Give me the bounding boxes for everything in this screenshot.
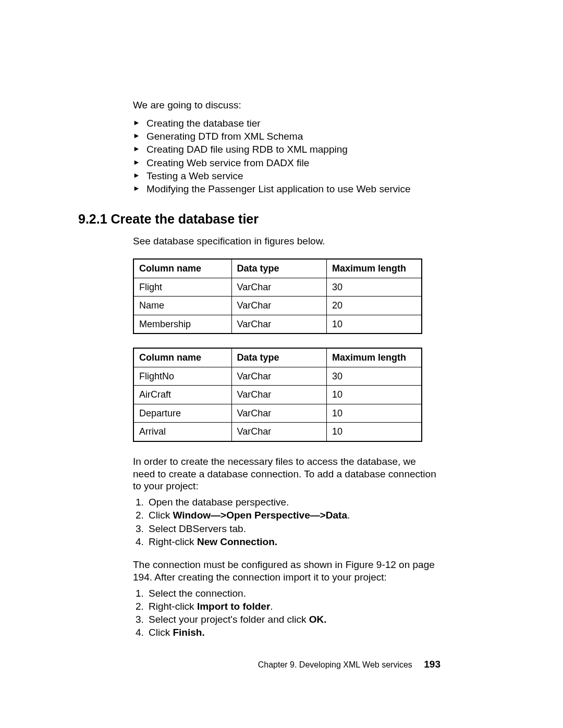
- spec-intro: See database specification in figures be…: [133, 235, 440, 248]
- cell-name: Membership: [133, 315, 231, 334]
- para-import-connection: The connection must be configured as sho…: [133, 559, 440, 584]
- cell-name: Departure: [133, 404, 231, 423]
- section-body: See database specification in figures be…: [133, 235, 440, 639]
- cell-len: 10: [327, 404, 422, 423]
- intro-block: We are going to discuss: Creating the da…: [133, 99, 440, 195]
- bullet-item: Creating Web service from DADX file: [133, 156, 440, 169]
- cell-name: AirCraft: [133, 386, 231, 404]
- step-bold: Window—>Open Perspective—>Data: [173, 510, 347, 521]
- step-item: Select the connection.: [146, 587, 440, 600]
- step-item: Click Finish.: [146, 626, 440, 639]
- bullet-item: Creating the database tier: [133, 117, 440, 130]
- th-column-name: Column name: [133, 348, 231, 367]
- step-text: Open the database perspective.: [149, 497, 289, 508]
- cell-name: Arrival: [133, 423, 231, 441]
- bullet-item: Testing a Web service: [133, 169, 440, 182]
- step-bold: Finish.: [173, 627, 204, 638]
- table-flight: Column name Data type Maximum length Fli…: [133, 348, 422, 442]
- cell-type: VarChar: [231, 367, 327, 386]
- step-text: .: [347, 510, 350, 521]
- table-row: FlightNo VarChar 30: [133, 367, 422, 386]
- step-text: Right-click: [149, 601, 197, 612]
- steps-create-connection: Open the database perspective. Click Win…: [133, 496, 440, 548]
- cell-len: 20: [327, 297, 422, 315]
- page: We are going to discuss: Creating the da…: [0, 0, 563, 728]
- cell-type: VarChar: [231, 423, 327, 441]
- table-header-row: Column name Data type Maximum length: [133, 259, 422, 278]
- step-item: Right-click Import to folder.: [146, 600, 440, 613]
- cell-type: VarChar: [231, 297, 327, 315]
- step-text: Select your project's folder and click: [149, 614, 309, 625]
- cell-type: VarChar: [231, 404, 327, 423]
- step-item: Click Window—>Open Perspective—>Data.: [146, 509, 440, 522]
- cell-type: VarChar: [231, 315, 327, 334]
- step-text: Click: [149, 627, 173, 638]
- step-text: Click: [149, 510, 173, 521]
- step-text: Select the connection.: [149, 588, 246, 599]
- page-footer: Chapter 9. Developing XML Web services 1…: [258, 658, 440, 671]
- step-item: Select your project's folder and click O…: [146, 613, 440, 626]
- cell-len: 30: [327, 367, 422, 386]
- th-data-type: Data type: [231, 348, 327, 367]
- step-bold: Import to folder: [197, 601, 270, 612]
- table-header-row: Column name Data type Maximum length: [133, 348, 422, 367]
- cell-name: Name: [133, 297, 231, 315]
- table-row: Departure VarChar 10: [133, 404, 422, 423]
- bullet-item: Modifying the Passenger List application…: [133, 182, 440, 195]
- cell-type: VarChar: [231, 386, 327, 404]
- cell-len: 10: [327, 386, 422, 404]
- bullet-item: Generating DTD from XML Schema: [133, 130, 440, 143]
- table-row: Name VarChar 20: [133, 297, 422, 315]
- cell-len: 10: [327, 423, 422, 441]
- step-bold: OK.: [309, 614, 327, 625]
- cell-len: 10: [327, 315, 422, 334]
- table-row: Flight VarChar 30: [133, 278, 422, 297]
- th-max-length: Maximum length: [327, 348, 422, 367]
- section-heading: 9.2.1 Create the database tier: [78, 211, 440, 227]
- discuss-bullets: Creating the database tier Generating DT…: [133, 117, 440, 196]
- cell-len: 30: [327, 278, 422, 297]
- cell-name: FlightNo: [133, 367, 231, 386]
- step-text: Right-click: [149, 536, 197, 547]
- step-item: Open the database perspective.: [146, 496, 440, 509]
- table-row: Membership VarChar 10: [133, 315, 422, 334]
- step-text: Select DBServers tab.: [149, 523, 246, 534]
- steps-import-connection: Select the connection. Right-click Impor…: [133, 587, 440, 639]
- th-data-type: Data type: [231, 259, 327, 278]
- step-item: Right-click New Connection.: [146, 535, 440, 548]
- step-text: .: [270, 601, 273, 612]
- table-passenger: Column name Data type Maximum length Fli…: [133, 258, 422, 334]
- table-row: AirCraft VarChar 10: [133, 386, 422, 404]
- cell-type: VarChar: [231, 278, 327, 297]
- th-column-name: Column name: [133, 259, 231, 278]
- bullet-item: Creating DAD file using RDB to XML mappi…: [133, 143, 440, 156]
- para-create-connection: In order to create the necessary files t…: [133, 455, 440, 492]
- intro-text: We are going to discuss:: [133, 99, 440, 112]
- step-item: Select DBServers tab.: [146, 522, 440, 535]
- footer-page-number: 193: [424, 659, 440, 670]
- table-row: Arrival VarChar 10: [133, 423, 422, 441]
- step-bold: New Connection.: [197, 536, 277, 547]
- cell-name: Flight: [133, 278, 231, 297]
- footer-chapter: Chapter 9. Developing XML Web services: [258, 660, 412, 669]
- th-max-length: Maximum length: [327, 259, 422, 278]
